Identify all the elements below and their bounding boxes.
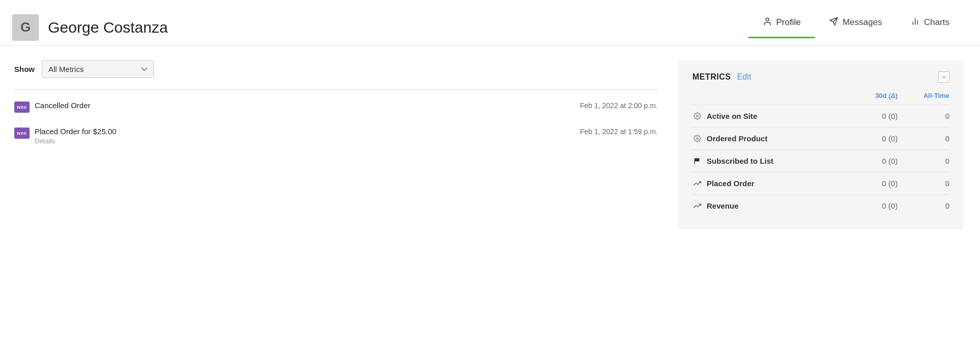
woo-icon-1: woo	[14, 102, 28, 115]
metric-alltime-subscribed: 0	[898, 150, 949, 172]
metric-30d-ordered: 0 (0)	[853, 128, 897, 150]
nav-item-profile[interactable]: Profile	[749, 17, 815, 38]
woo-icon-2: woo	[14, 128, 28, 141]
metrics-edit-button[interactable]: Edit	[737, 72, 752, 82]
table-row: Revenue 0 (0) 0	[692, 195, 949, 217]
nav-item-messages[interactable]: Messages	[815, 17, 896, 38]
activity-details-link[interactable]: Details	[35, 137, 658, 145]
header-nav: Profile Messages Charts	[749, 17, 964, 38]
nav-charts-label: Charts	[924, 17, 949, 28]
header: G George Costanza Profile Messages	[0, 0, 980, 46]
activity-content-1: Cancelled Order Feb 1, 2022 at 2:00 p.m.	[35, 101, 658, 110]
activity-list: woo Cancelled Order Feb 1, 2022 at 2:00 …	[14, 101, 658, 157]
activity-title-2: Placed Order for $25.00 Feb 1, 2022 at 1…	[35, 127, 658, 136]
metrics-collapse-button[interactable]: −	[938, 71, 949, 83]
table-row: Placed Order 0 (0) 0	[692, 172, 949, 195]
divider	[14, 89, 658, 90]
metrics-panel: METRICS Edit − 30d (Δ) All-Time	[678, 60, 964, 229]
svg-point-0	[766, 18, 769, 21]
metric-label-placed: Placed Order	[692, 172, 853, 194]
metric-label-subscribed: Subscribed to List	[692, 150, 853, 172]
metric-label-revenue: Revenue	[692, 195, 853, 217]
metric-30d-revenue: 0 (0)	[853, 195, 897, 217]
metric-alltime-ordered: 0	[898, 128, 949, 150]
show-row: Show All Metrics WooCommerce Email	[14, 60, 658, 78]
nav-item-charts[interactable]: Charts	[896, 17, 964, 38]
header-left: G George Costanza	[12, 14, 168, 41]
metric-alltime-active: 0	[898, 105, 949, 128]
nav-profile-label: Profile	[776, 17, 801, 28]
gear-icon	[692, 135, 702, 142]
chart-icon	[692, 180, 702, 187]
main: Show All Metrics WooCommerce Email woo C…	[0, 46, 980, 243]
paper-plane-icon	[829, 17, 838, 29]
metric-30d-subscribed: 0 (0)	[853, 150, 897, 172]
svg-rect-8	[694, 158, 699, 161]
metric-alltime-revenue: 0	[898, 195, 949, 217]
activity-time-2: Feb 1, 2022 at 1:59 p.m.	[580, 128, 658, 136]
metric-label-ordered: Ordered Product	[692, 128, 853, 149]
gear-icon	[692, 112, 702, 120]
metric-30d-placed: 0 (0)	[853, 172, 897, 195]
metric-alltime-placed: 0	[898, 172, 949, 195]
metric-30d-active: 0 (0)	[853, 105, 897, 128]
col-alltime-header: All-Time	[898, 92, 949, 105]
activity-time-1: Feb 1, 2022 at 2:00 p.m.	[580, 102, 658, 110]
svg-point-6	[696, 115, 698, 117]
show-label: Show	[14, 65, 35, 73]
activity-content-2: Placed Order for $25.00 Feb 1, 2022 at 1…	[35, 127, 658, 145]
nav-messages-label: Messages	[842, 17, 882, 28]
user-name: George Costanza	[48, 19, 168, 36]
flag-icon	[692, 158, 702, 165]
list-item: woo Cancelled Order Feb 1, 2022 at 2:00 …	[14, 101, 658, 127]
svg-point-7	[696, 138, 698, 140]
metrics-title: METRICS	[692, 72, 731, 82]
table-row: Ordered Product 0 (0) 0	[692, 128, 949, 150]
table-row: Subscribed to List 0 (0) 0	[692, 150, 949, 172]
metrics-title-row: METRICS Edit	[692, 72, 751, 82]
list-item: woo Placed Order for $25.00 Feb 1, 2022 …	[14, 127, 658, 157]
col-label-header	[692, 92, 853, 105]
chart-icon	[692, 202, 702, 210]
activity-title-1: Cancelled Order Feb 1, 2022 at 2:00 p.m.	[35, 101, 658, 110]
metric-label-active: Active on Site	[692, 105, 853, 127]
metrics-header: METRICS Edit −	[692, 71, 949, 83]
avatar: G	[12, 14, 39, 41]
bar-chart-icon	[911, 17, 920, 29]
table-row: Active on Site 0 (0) 0	[692, 105, 949, 128]
activity-section: Show All Metrics WooCommerce Email woo C…	[14, 60, 678, 157]
metrics-table: 30d (Δ) All-Time Active on Site 0 (0) 0	[692, 92, 949, 217]
show-select[interactable]: All Metrics WooCommerce Email	[42, 60, 154, 78]
person-icon	[763, 17, 772, 29]
col-30d-header: 30d (Δ)	[853, 92, 897, 105]
